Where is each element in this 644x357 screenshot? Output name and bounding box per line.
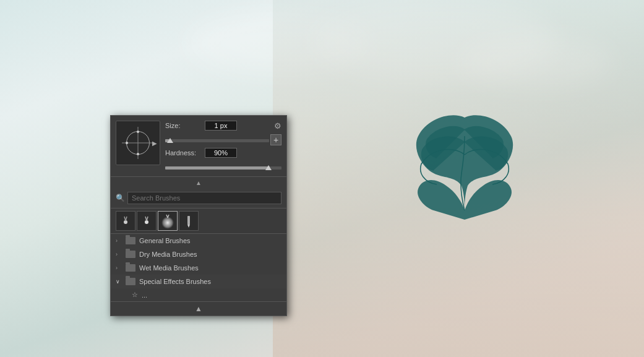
size-slider-track[interactable]	[165, 139, 269, 142]
plus-button[interactable]: +	[270, 134, 281, 145]
size-label: Size:	[165, 122, 201, 129]
brush-group-label-special: Special Effects Brushes	[139, 278, 211, 285]
brush-list: › General Brushes › Dry Media Brushes › …	[111, 234, 286, 301]
bottom-arrow-icon: ▲	[195, 304, 202, 313]
folder-icon-general	[126, 237, 135, 244]
search-icon: 🔍	[116, 194, 125, 202]
sub-item-label: ...	[142, 291, 147, 299]
chevron-dry: ›	[116, 251, 122, 257]
size-slider-thumb[interactable]	[167, 138, 173, 143]
size-input[interactable]	[205, 121, 237, 131]
hardness-label: Hardness:	[165, 149, 201, 157]
brush-group-general[interactable]: › General Brushes	[111, 234, 286, 247]
brush-thumb-3[interactable]	[158, 211, 178, 231]
brush-panel: ▶ Size: ⚙ + Hardness:	[110, 115, 287, 316]
svg-marker-10	[187, 225, 190, 228]
brush-circle	[126, 131, 150, 155]
folder-icon-special	[126, 278, 135, 285]
svg-line-2	[126, 217, 127, 221]
hardness-slider-container[interactable]	[165, 161, 281, 171]
brush-group-special[interactable]: ∨ Special Effects Brushes	[111, 275, 286, 288]
brush-thumb-4[interactable]	[179, 211, 199, 231]
folder-icon-dry	[126, 251, 135, 258]
brush-group-label-dry: Dry Media Brushes	[139, 251, 197, 258]
panel-controls-top: ▶ Size: ⚙ + Hardness:	[111, 116, 286, 177]
svg-rect-9	[187, 216, 190, 225]
sub-item-icon: ☆	[132, 291, 138, 299]
brush-group-label-wet: Wet Media Brushes	[139, 264, 199, 272]
chevron-wet: ›	[116, 265, 122, 271]
brush-list-inner: › General Brushes › Dry Media Brushes › …	[111, 234, 286, 301]
top-arrow-indicator: ▲	[111, 177, 286, 188]
search-input[interactable]	[127, 192, 281, 204]
figure-background	[273, 0, 644, 357]
brush-group-dry[interactable]: › Dry Media Brushes	[111, 247, 286, 261]
brush-sub-item[interactable]: ☆ ...	[111, 288, 286, 301]
chevron-special: ∨	[116, 278, 122, 285]
hardness-row: Hardness:	[165, 148, 281, 158]
chevron-general: ›	[116, 238, 122, 244]
dot-bottom	[137, 153, 139, 155]
size-row: Size: ⚙	[165, 121, 281, 131]
wing-tattoo	[415, 99, 514, 223]
brush-group-wet[interactable]: › Wet Media Brushes	[111, 261, 286, 275]
size-hardness-controls: Size: ⚙ + Hardness:	[165, 121, 281, 171]
dot-top	[137, 131, 139, 133]
arrow-right-icon: ▶	[152, 140, 157, 147]
svg-point-6	[161, 217, 174, 229]
hardness-slider-thumb[interactable]	[265, 165, 272, 170]
brush-preview: ▶	[116, 121, 160, 165]
panel-bottom: ▲	[111, 301, 286, 316]
search-area: 🔍	[111, 188, 286, 209]
gear-icon[interactable]: ⚙	[274, 121, 281, 131]
brush-thumb-2[interactable]	[137, 211, 157, 231]
hardness-slider-track[interactable]	[165, 166, 281, 170]
svg-line-5	[147, 217, 148, 221]
brush-thumbnails-row	[111, 209, 286, 234]
dot-left	[126, 142, 128, 144]
brush-thumb-1[interactable]	[116, 211, 135, 231]
brush-group-label-general: General Brushes	[139, 237, 191, 244]
folder-icon-wet	[126, 264, 135, 272]
hardness-input[interactable]	[205, 148, 237, 158]
size-slider-container[interactable]: +	[165, 134, 281, 144]
arrow-up-icon: ▲	[195, 179, 202, 186]
